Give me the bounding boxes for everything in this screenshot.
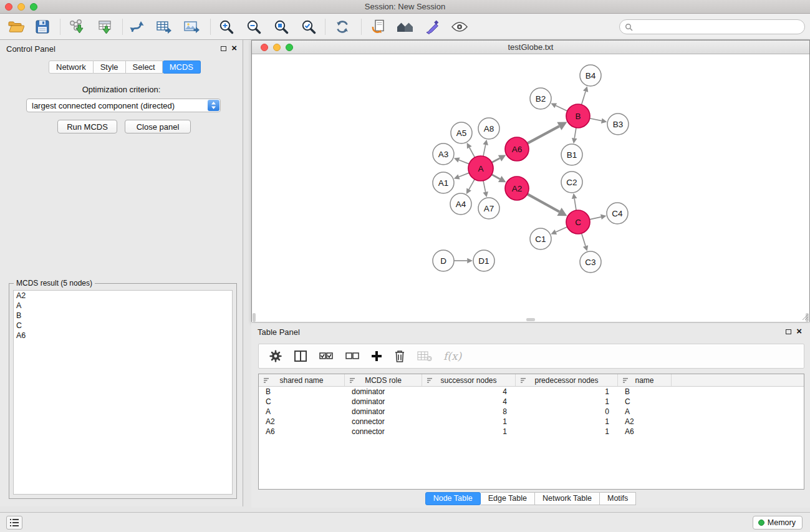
mcds-result-list[interactable]: A2 A B C A6 xyxy=(13,290,233,495)
tab-select[interactable]: Select xyxy=(126,60,163,74)
list-item[interactable]: C xyxy=(14,321,232,331)
table-cell[interactable]: 4 xyxy=(422,387,516,397)
zoom-out-button[interactable] xyxy=(243,16,265,38)
export-image-button[interactable] xyxy=(180,16,203,38)
memory-button[interactable]: Memory xyxy=(753,516,803,530)
graph-edge-A2-C[interactable] xyxy=(528,194,559,211)
tab-network-table[interactable]: Network Table xyxy=(535,492,600,505)
graph-edge-B-B3[interactable] xyxy=(590,118,602,121)
export-network-button[interactable] xyxy=(126,16,148,38)
home-button[interactable] xyxy=(394,16,417,38)
table-cell[interactable]: connector xyxy=(345,427,422,437)
table-cell[interactable]: 1 xyxy=(516,427,618,437)
close-panel-button[interactable]: Close panel xyxy=(125,120,191,133)
table-cell[interactable]: 1 xyxy=(516,417,618,427)
table-cell[interactable]: C xyxy=(259,397,345,407)
save-session-button[interactable] xyxy=(31,16,54,38)
tab-network[interactable]: Network xyxy=(49,60,94,74)
table-cell[interactable]: 1 xyxy=(422,417,516,427)
scrollbar[interactable] xyxy=(253,313,256,322)
zoom-in-button[interactable] xyxy=(215,16,238,38)
graph-edge-B-B4[interactable] xyxy=(582,92,586,105)
export-document-button[interactable] xyxy=(367,16,390,38)
list-item[interactable]: A xyxy=(14,301,232,311)
graph-edge-A-A7[interactable] xyxy=(483,181,486,192)
deselect-all-button[interactable] xyxy=(345,350,360,362)
table-cell[interactable]: 1 xyxy=(422,427,516,437)
export-table-button[interactable] xyxy=(153,16,175,38)
close-panel-icon[interactable]: × xyxy=(796,326,802,337)
table-cell[interactable]: A6 xyxy=(618,427,672,437)
tab-edge-table[interactable]: Edge Table xyxy=(481,492,535,505)
table-cell[interactable]: 1 xyxy=(516,387,618,397)
table-cell[interactable]: A6 xyxy=(259,427,345,437)
show-columns-button[interactable] xyxy=(294,350,307,362)
list-item[interactable]: A6 xyxy=(14,331,232,341)
add-entry-button[interactable] xyxy=(371,351,382,362)
table-row[interactable]: A6connector11A6 xyxy=(259,427,804,437)
table-cell[interactable]: 1 xyxy=(516,397,618,407)
table-cell[interactable]: A xyxy=(259,407,345,417)
table-settings-button[interactable] xyxy=(269,349,282,363)
tab-mcds[interactable]: MCDS xyxy=(163,60,201,74)
resize-grip[interactable] xyxy=(801,313,809,321)
table-cell[interactable]: A2 xyxy=(618,417,672,427)
graph-edge-C-C2[interactable] xyxy=(574,198,576,210)
graph-edge-A-A6[interactable] xyxy=(492,158,500,163)
list-item[interactable]: A2 xyxy=(14,291,232,301)
graph-edge-C-C1[interactable] xyxy=(556,227,567,232)
graph-edge-A-A1[interactable] xyxy=(459,173,469,177)
zoom-fit-button[interactable] xyxy=(270,16,292,38)
table-cell[interactable]: dominator xyxy=(345,387,422,397)
select-all-button[interactable] xyxy=(319,350,334,362)
list-item[interactable]: B xyxy=(14,311,232,321)
table-cell[interactable]: B xyxy=(259,387,345,397)
apply-style-button[interactable] xyxy=(421,16,443,38)
graph-edge-A-A2[interactable] xyxy=(492,175,500,179)
table-cell[interactable]: 0 xyxy=(516,407,618,417)
graph-edge-C-C4[interactable] xyxy=(590,217,601,220)
search-input[interactable] xyxy=(636,22,799,31)
close-panel-icon[interactable]: × xyxy=(231,42,237,54)
table-cell[interactable]: dominator xyxy=(345,407,422,417)
import-network-button[interactable] xyxy=(65,16,87,38)
float-panel-icon[interactable] xyxy=(786,329,791,334)
table-cell[interactable]: 4 xyxy=(422,397,516,407)
tab-node-table[interactable]: Node Table xyxy=(425,492,481,505)
graph-edge-A-A8[interactable] xyxy=(483,145,486,156)
table-row[interactable]: Adominator80A xyxy=(259,407,804,417)
network-canvas[interactable]: B4B2BB3A8A5A6A3B1AC2A1A2A4A7C4CC1C3DD1 xyxy=(252,54,809,322)
table-cell[interactable]: connector xyxy=(345,417,422,427)
float-panel-icon[interactable] xyxy=(221,46,226,51)
table-cell[interactable]: dominator xyxy=(345,397,422,407)
table-row[interactable]: Cdominator41C xyxy=(259,397,804,407)
open-file-button[interactable] xyxy=(5,16,27,38)
table-row[interactable]: A2connector11A2 xyxy=(259,417,804,427)
table-cell[interactable]: B xyxy=(618,387,672,397)
graph-edge-A-A4[interactable] xyxy=(469,179,475,189)
column-header-predecessor-nodes[interactable]: predecessor nodes xyxy=(516,374,618,386)
column-header-mcds-role[interactable]: MCDS role xyxy=(345,374,422,386)
graph-edge-C-C3[interactable] xyxy=(582,233,586,246)
table-cell[interactable]: A xyxy=(618,407,672,417)
graph-edge-A6-B[interactable] xyxy=(528,126,559,143)
graph-edge-A-A5[interactable] xyxy=(470,147,475,157)
import-table-button[interactable] xyxy=(94,16,116,38)
refresh-view-button[interactable] xyxy=(331,16,354,38)
zoom-selected-button[interactable] xyxy=(297,16,320,38)
run-mcds-button[interactable]: Run MCDS xyxy=(57,120,117,133)
apply-function-button[interactable]: f(x) xyxy=(443,350,461,362)
show-task-history-button[interactable] xyxy=(6,516,22,530)
graph-edge-B-B2[interactable] xyxy=(556,105,567,111)
criterion-dropdown[interactable]: largest connected component (directed) xyxy=(26,99,221,112)
table-cell[interactable]: C xyxy=(618,397,672,407)
table-row[interactable]: Bdominator41B xyxy=(259,387,804,397)
table-cell[interactable]: A2 xyxy=(259,417,345,427)
scrollbar[interactable] xyxy=(526,318,535,321)
show-hide-button[interactable] xyxy=(448,16,471,38)
column-header-successor-nodes[interactable]: successor nodes xyxy=(422,374,516,386)
delete-table-button[interactable] xyxy=(417,351,432,362)
graph-edge-A-A3[interactable] xyxy=(459,160,469,164)
tab-style[interactable]: Style xyxy=(94,60,126,74)
table-cell[interactable]: 8 xyxy=(422,407,516,417)
